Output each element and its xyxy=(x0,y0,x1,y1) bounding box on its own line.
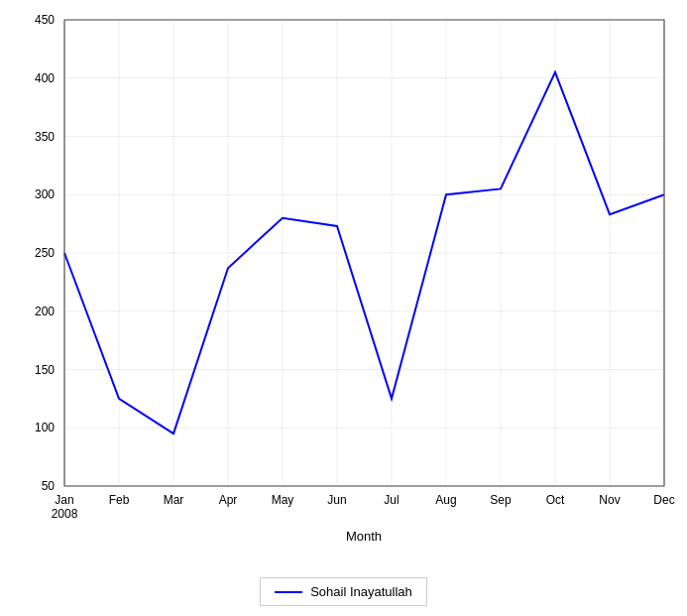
y-tick-300: 300 xyxy=(35,187,55,201)
y-tick-450: 450 xyxy=(35,13,55,27)
x-label-jul: Jul xyxy=(384,493,399,507)
x-label-may: May xyxy=(272,493,294,507)
chart-container: 450 400 350 300 250 200 150 100 50 xyxy=(0,0,687,616)
x-label-dec: Dec xyxy=(653,493,674,507)
line-chart: 450 400 350 300 250 200 150 100 50 xyxy=(0,0,687,575)
y-tick-200: 200 xyxy=(35,305,55,318)
x-label-jan: Jan xyxy=(55,493,73,507)
x-label-oct: Oct xyxy=(546,493,565,507)
x-label-sep: Sep xyxy=(490,493,512,507)
y-tick-250: 250 xyxy=(35,246,55,260)
x-label-feb: Feb xyxy=(109,493,130,507)
y-tick-150: 150 xyxy=(35,363,55,377)
x-label-apr: Apr xyxy=(219,493,238,507)
x-label-nov: Nov xyxy=(599,493,620,507)
y-tick-50: 50 xyxy=(42,479,56,493)
x-label-2008: 2008 xyxy=(52,507,78,521)
y-tick-100: 100 xyxy=(35,421,55,434)
y-tick-400: 400 xyxy=(35,71,55,85)
chart-legend: Sohail Inayatullah xyxy=(260,577,427,606)
x-axis-label: Month xyxy=(346,529,382,544)
x-label-mar: Mar xyxy=(164,493,184,507)
legend-label: Sohail Inayatullah xyxy=(310,584,412,599)
x-label-aug: Aug xyxy=(435,493,456,507)
x-label-jun: Jun xyxy=(327,493,346,507)
y-tick-350: 350 xyxy=(35,130,55,144)
legend-line-symbol xyxy=(275,591,302,593)
